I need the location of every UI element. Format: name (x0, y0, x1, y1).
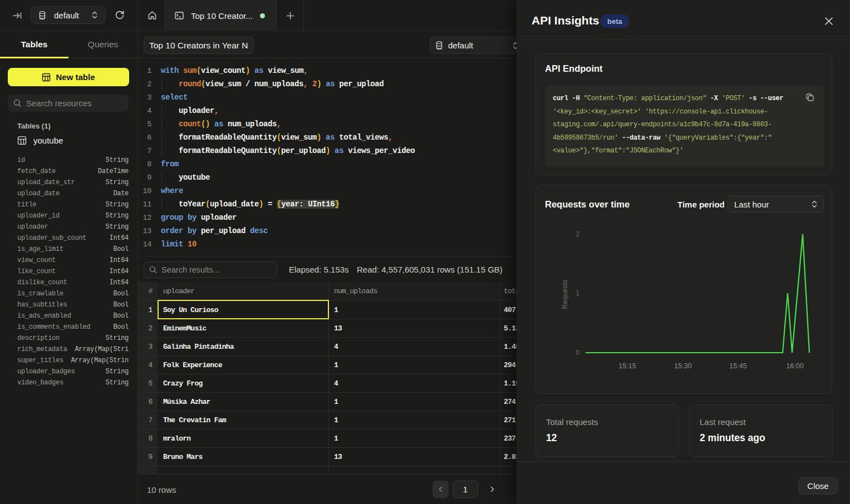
svg-text:1: 1 (576, 289, 579, 297)
svg-text:15:15: 15:15 (618, 362, 636, 370)
svg-text:15:30: 15:30 (674, 362, 691, 370)
svg-text:2: 2 (576, 230, 579, 238)
svg-text:0: 0 (576, 349, 579, 357)
svg-text:15:45: 15:45 (729, 362, 746, 370)
svg-text:16:00: 16:00 (786, 362, 803, 370)
svg-text:Requests: Requests (561, 280, 569, 309)
